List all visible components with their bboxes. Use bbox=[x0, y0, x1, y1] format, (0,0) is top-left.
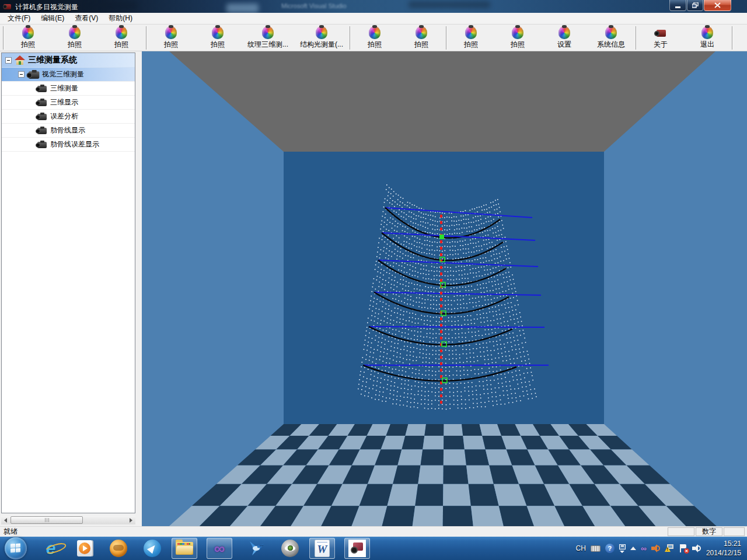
scrollbar-thumb[interactable] bbox=[11, 516, 83, 524]
taskbar-item-browser-orange[interactable] bbox=[109, 538, 128, 558]
camera-icon bbox=[36, 85, 47, 93]
taskbar-item-explorer-open[interactable] bbox=[172, 538, 197, 559]
structured-light-measure-button[interactable]: 结构光测量(... bbox=[295, 25, 348, 51]
toolbar-separator bbox=[350, 26, 350, 50]
word-icon: W bbox=[315, 540, 330, 557]
tree-node-vision-3d-measure[interactable]: 视觉三维测量 bbox=[2, 68, 135, 82]
tree-leaf-error-analysis[interactable]: 误差分析 bbox=[2, 110, 135, 124]
language-bar-options[interactable] bbox=[619, 544, 626, 553]
taskbar-item-measure-app-active[interactable] bbox=[344, 538, 370, 559]
app-camera-icon bbox=[3, 2, 12, 10]
camera-icon bbox=[36, 99, 47, 107]
tree-leaf-rib-line-display[interactable]: 肋骨线显示 bbox=[2, 124, 135, 138]
capture-button-3[interactable]: 拍照 bbox=[98, 25, 145, 51]
clock-date: 2014/12/15 bbox=[706, 548, 741, 558]
audio-app-tray-icon[interactable] bbox=[651, 544, 661, 552]
scroll-right-arrow[interactable] bbox=[127, 516, 135, 524]
status-cell-num: 数字 bbox=[696, 527, 722, 536]
titlebar-ghost-reflection bbox=[409, 1, 490, 8]
capture-button-4[interactable]: 拍照 bbox=[148, 25, 194, 51]
color-ball-icon bbox=[605, 26, 617, 39]
color-ball-icon bbox=[69, 26, 81, 39]
capture-button-8[interactable]: 拍照 bbox=[448, 25, 494, 51]
color-ball-icon bbox=[701, 26, 713, 39]
capture-button-5[interactable]: 拍照 bbox=[194, 25, 241, 51]
window-title: 计算机多目视觉测量 bbox=[15, 2, 78, 12]
capture-button-9[interactable]: 拍照 bbox=[494, 25, 541, 51]
tree-node-label: 视觉三维测量 bbox=[42, 69, 84, 79]
restore-button[interactable] bbox=[687, 0, 703, 11]
visual-studio-tray-icon[interactable]: ∞ bbox=[641, 544, 647, 552]
about-button[interactable]: 关于 bbox=[637, 25, 684, 51]
start-button[interactable] bbox=[5, 537, 27, 559]
collapse-icon[interactable] bbox=[18, 71, 25, 78]
3d-viewport[interactable] bbox=[142, 51, 747, 526]
color-ball-icon bbox=[22, 26, 34, 39]
camera-icon bbox=[36, 127, 47, 135]
taskbar-item-bird-app[interactable] bbox=[246, 538, 266, 558]
keyboard-icon[interactable] bbox=[591, 545, 601, 552]
toolbar-separator bbox=[446, 26, 446, 50]
taskbar-item-media-player[interactable] bbox=[75, 538, 95, 558]
action-center-flag-icon[interactable]: ✕ bbox=[679, 544, 687, 552]
texture-3d-measure-button[interactable]: 纹理三维测... bbox=[241, 25, 295, 51]
show-hidden-icons-button[interactable] bbox=[630, 547, 636, 550]
red-camera-icon bbox=[348, 540, 366, 557]
screen: Microsoft Visual Studio 计算机多目视觉测量 文件(F) … bbox=[0, 0, 747, 560]
ie-icon: e bbox=[46, 538, 56, 558]
titlebar-ghost-text: Microsoft Visual Studio bbox=[281, 2, 347, 9]
color-ball-icon bbox=[369, 26, 381, 39]
tree-leaf-3d-display[interactable]: 三维显示 bbox=[2, 96, 135, 110]
menu-edit[interactable]: 编辑(E) bbox=[36, 12, 69, 24]
network-warning-icon[interactable] bbox=[665, 544, 675, 552]
capture-button-6[interactable]: 拍照 bbox=[351, 25, 398, 51]
capture-button-1[interactable]: 拍照 bbox=[5, 25, 51, 51]
status-ready-text: 就绪 bbox=[4, 527, 668, 537]
orange-app-icon bbox=[110, 540, 127, 557]
taskbar-item-word-open[interactable]: W bbox=[309, 538, 335, 559]
3d-scene-canvas[interactable] bbox=[142, 51, 747, 526]
horizontal-scrollbar[interactable] bbox=[1, 516, 135, 524]
taskbar-item-visual-studio-open[interactable]: ∞ bbox=[207, 538, 232, 559]
capture-button-7[interactable]: 拍照 bbox=[398, 25, 445, 51]
toolbar-separator bbox=[732, 26, 732, 50]
tree-root-label: 三维测量系统 bbox=[28, 55, 77, 65]
status-cell-scrl bbox=[724, 527, 745, 536]
system-tray: CH ? ∞ ✕ 15:21 2014/12/15 bbox=[576, 539, 747, 558]
camera-icon bbox=[27, 69, 40, 79]
exit-button[interactable]: 退出 bbox=[684, 25, 731, 51]
titlebar-ghost-reflection bbox=[226, 4, 259, 13]
windows-logo-icon bbox=[11, 543, 20, 552]
taskbar-item-browser-blue[interactable] bbox=[142, 538, 162, 558]
caret-down-icon bbox=[620, 551, 624, 553]
scroll-left-arrow[interactable] bbox=[1, 516, 10, 524]
color-ball-icon bbox=[558, 26, 570, 39]
taskbar-item-internet-explorer[interactable]: e bbox=[41, 538, 61, 558]
tree-leaf-rib-line-error-display[interactable]: 肋骨线误差显示 bbox=[2, 138, 135, 152]
tree-root-3d-measure-system[interactable]: 三维测量系统 bbox=[2, 53, 135, 68]
visual-studio-icon: ∞ bbox=[214, 541, 225, 556]
capture-button-2[interactable]: 拍照 bbox=[51, 25, 98, 51]
menu-help[interactable]: 帮助(H) bbox=[103, 12, 138, 24]
taskbar-item-eye-app[interactable] bbox=[280, 538, 300, 558]
menu-view[interactable]: 查看(V) bbox=[69, 12, 103, 24]
tree-leaf-3d-measure[interactable]: 三维测量 bbox=[2, 82, 135, 96]
status-bar: 就绪 数字 bbox=[0, 526, 747, 537]
ime-indicator[interactable]: CH bbox=[576, 544, 586, 552]
minimize-button[interactable] bbox=[669, 0, 686, 11]
hummingbird-icon bbox=[247, 540, 265, 556]
tray-clock[interactable]: 15:21 2014/12/15 bbox=[706, 539, 741, 558]
volume-icon[interactable] bbox=[692, 544, 701, 552]
collapse-icon[interactable] bbox=[5, 57, 12, 64]
help-tray-icon[interactable]: ? bbox=[605, 544, 615, 553]
eye-icon bbox=[281, 540, 299, 557]
system-info-button[interactable]: 系统信息 bbox=[588, 25, 634, 51]
clock-time: 15:21 bbox=[706, 539, 741, 548]
close-button[interactable] bbox=[704, 0, 731, 11]
menu-file[interactable]: 文件(F) bbox=[2, 12, 36, 24]
restore-mini-icon bbox=[619, 544, 626, 550]
settings-button[interactable]: 设置 bbox=[541, 25, 588, 51]
color-ball-icon bbox=[165, 26, 177, 39]
color-ball-icon bbox=[512, 26, 523, 39]
toolbar-separator bbox=[636, 26, 636, 50]
